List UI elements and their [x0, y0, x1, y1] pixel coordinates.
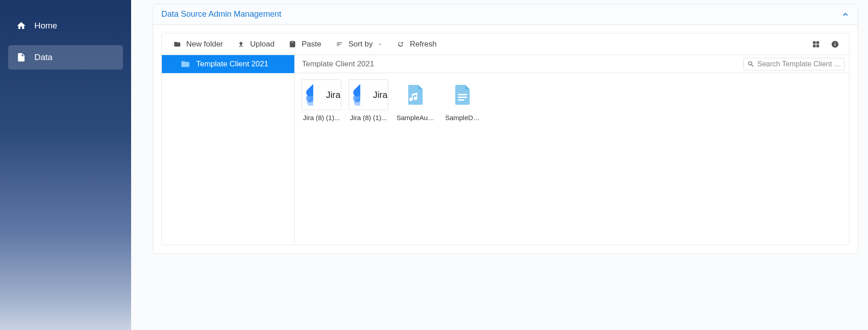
- file-name: Jira (8) (1)...: [348, 114, 389, 121]
- file-grid: Jira Jira (8) (1)... Jira: [295, 73, 849, 245]
- panel-header[interactable]: Data Source Admin Management: [153, 4, 858, 25]
- toolbar-label: Upload: [250, 40, 274, 49]
- panel-data-source-admin: Data Source Admin Management New folder …: [153, 4, 858, 254]
- sort-icon: [336, 41, 343, 48]
- chevron-up-icon[interactable]: [841, 10, 849, 19]
- svg-rect-1: [835, 43, 835, 46]
- toolbar-label: New folder: [186, 40, 223, 49]
- clipboard-icon: [289, 41, 296, 48]
- jira-logo-icon: Jira: [302, 84, 340, 106]
- tree-item-template-client-2021[interactable]: Template Client 2021: [162, 55, 294, 73]
- paste-button[interactable]: Paste: [283, 36, 327, 52]
- file-topbar: Template Client 2021: [295, 55, 849, 73]
- upload-icon: [237, 41, 245, 48]
- file-manager: New folder Upload Paste Sort by: [161, 33, 849, 245]
- panel-title: Data Source Admin Management: [161, 9, 281, 19]
- jira-logo-icon: Jira: [349, 84, 387, 106]
- file-thumbnail: Jira: [302, 79, 341, 110]
- upload-button[interactable]: Upload: [231, 36, 281, 52]
- file-toolbar: New folder Upload Paste Sort by: [162, 33, 849, 55]
- file-area: Template Client 2021: [295, 55, 849, 245]
- file-item[interactable]: SampleD…: [442, 79, 483, 121]
- folder-icon: [174, 41, 181, 48]
- panel-body: New folder Upload Paste Sort by: [153, 25, 858, 253]
- file-item[interactable]: Jira Jira (8) (1)...: [348, 79, 389, 121]
- toolbar-label: Refresh: [410, 40, 437, 49]
- search-input[interactable]: [757, 60, 840, 68]
- svg-rect-5: [458, 99, 464, 101]
- main-content: Data Source Admin Management New folder …: [131, 0, 868, 330]
- folder-tree: Template Client 2021: [162, 55, 295, 245]
- tree-item-label: Template Client 2021: [196, 60, 269, 69]
- sidebar-item-data[interactable]: Data: [8, 45, 123, 70]
- search-box[interactable]: [743, 58, 844, 70]
- chevron-down-icon: [378, 42, 382, 46]
- view-grid-button[interactable]: [807, 36, 825, 53]
- file-item[interactable]: Jira Jira (8) (1)...: [301, 79, 342, 121]
- sidebar-item-home[interactable]: Home: [8, 14, 123, 38]
- refresh-button[interactable]: Refresh: [391, 36, 443, 52]
- sidebar-item-label: Data: [34, 52, 52, 62]
- home-icon: [16, 21, 26, 31]
- info-icon: [831, 40, 839, 48]
- toolbar-label: Sort by: [349, 40, 373, 49]
- svg-rect-4: [458, 97, 467, 98]
- file-thumbnail: [443, 79, 482, 110]
- file-thumbnail: Jira: [349, 79, 388, 110]
- sidebar: Home Data: [0, 0, 131, 330]
- file-item[interactable]: SampleAu…: [395, 79, 436, 121]
- file-thumbnail: [396, 79, 435, 110]
- audio-file-icon: [405, 84, 426, 106]
- sort-by-button[interactable]: Sort by: [330, 36, 389, 52]
- toolbar-label: Paste: [302, 40, 321, 49]
- sidebar-item-label: Home: [34, 21, 57, 31]
- document-file-icon: [452, 84, 473, 106]
- refresh-icon: [397, 41, 404, 48]
- folder-icon: [181, 60, 190, 68]
- file-name: Jira (8) (1)...: [301, 114, 342, 121]
- grid-icon: [812, 40, 820, 48]
- new-folder-button[interactable]: New folder: [167, 36, 229, 52]
- file-name: SampleD…: [442, 114, 483, 121]
- info-button[interactable]: [826, 36, 844, 53]
- file-manager-content: Template Client 2021 Template Client 202…: [162, 55, 849, 245]
- file-icon: [16, 52, 26, 62]
- search-icon: [747, 60, 755, 68]
- file-name: SampleAu…: [395, 114, 436, 121]
- svg-rect-2: [835, 42, 835, 43]
- breadcrumb: Template Client 2021: [302, 60, 739, 69]
- svg-rect-3: [458, 94, 467, 95]
